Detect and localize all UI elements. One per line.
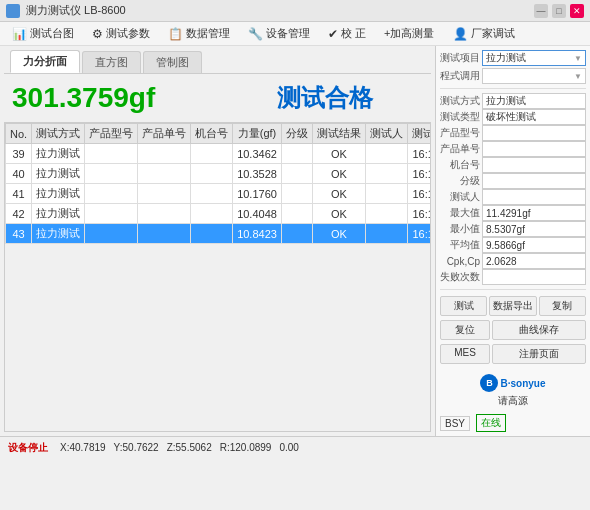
coord-val: 0.00 — [279, 442, 298, 453]
table-cell — [85, 164, 138, 184]
right-field-value[interactable] — [482, 141, 586, 157]
col-grade: 分级 — [281, 124, 312, 144]
menu-devicemanage[interactable]: 🔧 设备管理 — [240, 24, 318, 43]
data-table: No. 测试方式 产品型号 产品单号 机台号 力量(gf) 分级 测试结果 测试… — [4, 122, 431, 432]
table-cell — [85, 184, 138, 204]
table-cell: 10.1760 — [233, 184, 282, 204]
coords-area: X:40.7819 Y:50.7622 Z:55.5062 R:120.0899… — [60, 442, 299, 453]
table-cell: 16:16:30 — [407, 204, 431, 224]
status-bar: 设备停止 X:40.7819 Y:50.7622 Z:55.5062 R:120… — [0, 436, 590, 458]
table-cell: 39 — [6, 144, 32, 164]
right-field-label: 测试类型 — [440, 110, 480, 124]
table-cell — [138, 184, 191, 204]
menu-manufacturer[interactable]: 👤 厂家调试 — [445, 24, 523, 43]
table-cell: 41 — [6, 184, 32, 204]
right-field-value[interactable]: 拉力测试 — [482, 93, 586, 109]
table-row[interactable]: 40拉力测试10.3528OK16:16:15 — [6, 164, 432, 184]
table-cell — [281, 184, 312, 204]
table-cell — [281, 224, 312, 244]
tab-force[interactable]: 力分折面 — [10, 50, 80, 73]
table-cell: 16:16:15 — [407, 164, 431, 184]
right-field-label: 失败次数 — [440, 270, 480, 284]
right-field-value[interactable] — [482, 269, 586, 285]
right-field-value[interactable] — [482, 173, 586, 189]
right-field-label: Cpk,Cp — [440, 256, 480, 267]
tab-direct[interactable]: 直方图 — [82, 51, 141, 73]
device-status: 设备停止 — [8, 441, 48, 455]
menu-dashboard-label: 测试台图 — [30, 26, 74, 41]
right-field-row: Cpk,Cp2.0628 — [440, 253, 586, 269]
menu-calibrate[interactable]: ✔ 校 正 — [320, 24, 374, 43]
right-field-row: 机台号 — [440, 157, 586, 173]
logo-text: B·sonyue — [500, 378, 545, 389]
big-values-area: 301.3759gf 测试合格 — [4, 78, 431, 118]
app-icon — [6, 4, 20, 18]
right-field-value[interactable] — [482, 189, 586, 205]
right-field-label: 测试人 — [440, 190, 480, 204]
menu-calibrate-label: 校 正 — [341, 26, 366, 41]
table-cell — [281, 164, 312, 184]
right-field-value[interactable]: 8.5307gf — [482, 221, 586, 237]
menu-addmeasure[interactable]: +加高测量 — [376, 24, 442, 43]
register-button[interactable]: 注册页面 — [492, 344, 586, 364]
testitem-arrow: ▼ — [574, 54, 582, 63]
table-cell — [138, 164, 191, 184]
table-cell: 10.4048 — [233, 204, 282, 224]
reset-button[interactable]: 复位 — [440, 320, 490, 340]
tab-tube[interactable]: 管制图 — [143, 51, 202, 73]
right-field-value[interactable]: 破坏性测试 — [482, 109, 586, 125]
logo-subtext: 请高源 — [498, 394, 528, 408]
measurement-value: 301.3759gf — [12, 82, 208, 114]
right-field-row: 失败次数 — [440, 269, 586, 285]
col-model: 产品型号 — [85, 124, 138, 144]
mes-button[interactable]: MES — [440, 344, 490, 364]
right-field-label: 最小值 — [440, 222, 480, 236]
section-test-label: 测试 — [440, 296, 487, 316]
menu-testparams[interactable]: ⚙ 测试参数 — [84, 24, 158, 43]
menu-datamanage[interactable]: 📋 数据管理 — [160, 24, 238, 43]
bsy-tag: BSY — [440, 416, 470, 431]
mes-register-row: MES 注册页面 — [440, 344, 586, 364]
table-cell — [365, 204, 407, 224]
menu-datamanage-label: 数据管理 — [186, 26, 230, 41]
right-field-value[interactable]: 11.4291gf — [482, 205, 586, 221]
close-button[interactable]: ✕ — [570, 4, 584, 18]
col-force: 力量(gf) — [233, 124, 282, 144]
right-panel: 测试项目 拉力测试 ▼ 程式调用 ▼ 测试方式拉力测试测试类型破坏性测试产品型号… — [435, 46, 590, 436]
right-field-label: 测试方式 — [440, 94, 480, 108]
col-tester: 测试人 — [365, 124, 407, 144]
table-row[interactable]: 41拉力测试10.1760OK16:16:21 — [6, 184, 432, 204]
table-row[interactable]: 42拉力测试10.4048OK16:16:30 — [6, 204, 432, 224]
devicemanage-icon: 🔧 — [248, 27, 263, 41]
table-cell — [138, 204, 191, 224]
table-cell: 拉力测试 — [32, 204, 85, 224]
right-field-row: 平均值9.5866gf — [440, 237, 586, 253]
right-field-row: 测试人 — [440, 189, 586, 205]
table-cell — [138, 224, 191, 244]
table-cell: 拉力测试 — [32, 164, 85, 184]
maximize-button[interactable]: □ — [552, 4, 566, 18]
menu-dashboard[interactable]: 📊 测试台图 — [4, 24, 82, 43]
copy-button[interactable]: 复制 — [539, 296, 586, 316]
tab-bar: 力分折面 直方图 管制图 — [4, 50, 431, 74]
save-button[interactable]: 曲线保存 — [492, 320, 586, 340]
right-field-value[interactable] — [482, 157, 586, 173]
testparams-icon: ⚙ — [92, 27, 103, 41]
datamanage-icon: 📋 — [168, 27, 183, 41]
menu-testparams-label: 测试参数 — [106, 26, 150, 41]
right-field-value[interactable]: 9.5866gf — [482, 237, 586, 253]
right-field-value[interactable]: 2.0628 — [482, 253, 586, 269]
right-field-value[interactable] — [482, 125, 586, 141]
table-row[interactable]: 43拉力测试10.8423OK16:16:34 — [6, 224, 432, 244]
recipe-select[interactable]: ▼ — [482, 68, 586, 84]
testitem-select[interactable]: 拉力测试 ▼ — [482, 50, 586, 66]
window-controls[interactable]: — □ ✕ — [534, 4, 584, 18]
calibrate-icon: ✔ — [328, 27, 338, 41]
app-title: 测力测试仪 LB-8600 — [26, 3, 126, 18]
export-button[interactable]: 数据导出 — [489, 296, 536, 316]
table-cell — [85, 144, 138, 164]
test-status: 测试合格 — [228, 82, 424, 114]
manufacturer-icon: 👤 — [453, 27, 468, 41]
table-row[interactable]: 39拉力测试10.3462OK16:16:10 — [6, 144, 432, 164]
minimize-button[interactable]: — — [534, 4, 548, 18]
